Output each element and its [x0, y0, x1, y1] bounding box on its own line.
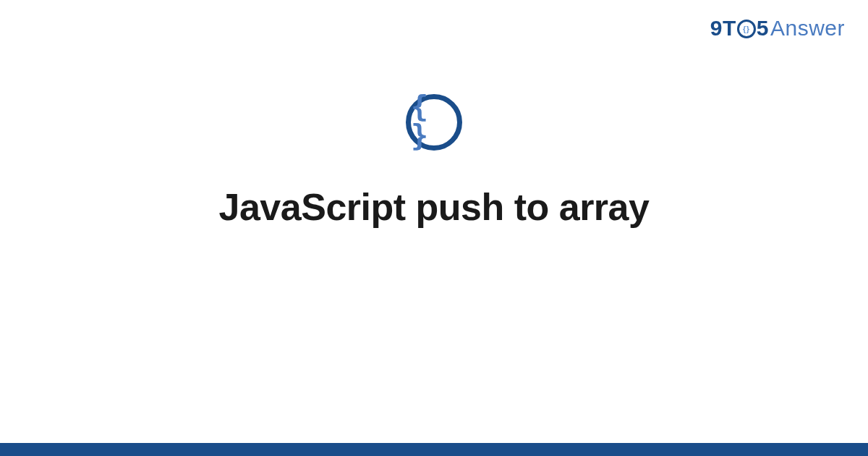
- code-braces-icon: { }: [406, 94, 462, 151]
- footer-bar: [0, 443, 868, 456]
- content-block: { } JavaScript push to array: [0, 94, 868, 229]
- site-logo: 9T {} 5 Answer: [710, 16, 845, 41]
- logo-circle-braces: {}: [743, 25, 750, 33]
- logo-circle-icon: {}: [737, 20, 756, 38]
- page-title: JavaScript push to array: [219, 185, 650, 229]
- logo-text-answer: Answer: [770, 16, 845, 41]
- logo-text-9t: 9T: [710, 16, 736, 41]
- code-braces-glyph: { }: [411, 92, 457, 150]
- logo-text-5: 5: [757, 16, 769, 41]
